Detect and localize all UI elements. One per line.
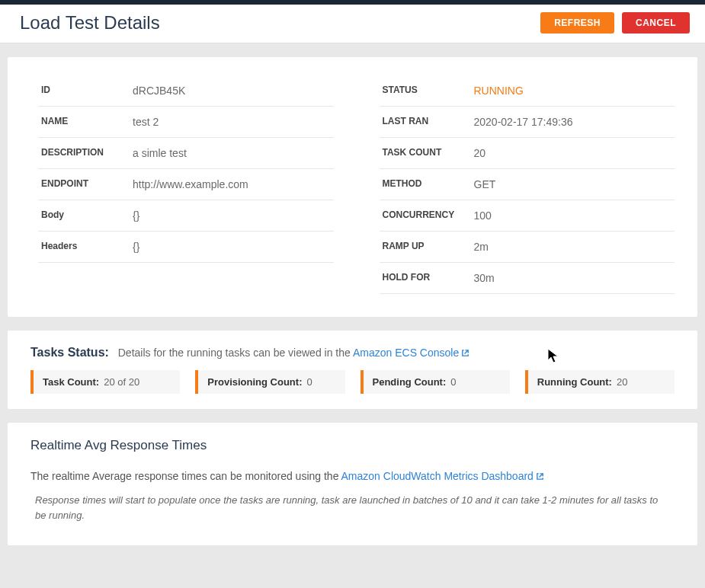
- detail-value: {}: [133, 241, 139, 253]
- task-stat-card: Task Count:20 of 20: [30, 370, 180, 394]
- cancel-button[interactable]: CANCEL: [622, 12, 690, 34]
- task-stat-card: Provisioning Count:0: [195, 370, 344, 394]
- detail-value: {}: [133, 209, 139, 222]
- detail-label: LAST RAN: [383, 116, 474, 126]
- header-buttons: REFRESH CANCEL: [540, 12, 690, 34]
- stat-label: Provisioning Count:: [207, 376, 302, 388]
- realtime-desc-prefix: The realtime Average response times can …: [30, 470, 341, 482]
- stat-label: Pending Count:: [373, 376, 447, 388]
- ecs-console-link[interactable]: Amazon ECS Console: [353, 347, 469, 359]
- detail-row: STATUSRUNNING: [380, 75, 675, 107]
- detail-label: HOLD FOR: [383, 272, 474, 283]
- details-right-column: STATUSRUNNINGLAST RAN2020-02-17 17:49:36…: [380, 75, 675, 294]
- stat-label: Running Count:: [537, 376, 612, 388]
- detail-row: Body{}: [38, 200, 334, 232]
- tasks-status-panel: Tasks Status: Details for the running ta…: [8, 331, 697, 409]
- detail-row: HOLD FOR30m: [380, 263, 675, 294]
- tasks-subtitle-prefix: Details for the running tasks can be vie…: [118, 347, 353, 359]
- detail-label: NAME: [41, 116, 133, 126]
- detail-value: 100: [474, 209, 492, 222]
- detail-value: dRCJB45K: [133, 85, 185, 97]
- realtime-desc: The realtime Average response times can …: [30, 470, 675, 482]
- detail-row: CONCURRENCY100: [380, 200, 675, 232]
- cloudwatch-dashboard-link[interactable]: Amazon CloudWatch Metrics Dashboard: [341, 470, 544, 482]
- status-badge: RUNNING: [474, 85, 524, 97]
- detail-label: Body: [41, 209, 133, 220]
- realtime-panel: Realtime Avg Response Times The realtime…: [8, 423, 697, 545]
- detail-row: Headers{}: [38, 232, 334, 263]
- page-title: Load Test Details: [20, 12, 160, 34]
- detail-value: 20: [474, 147, 486, 159]
- detail-label: DESCRIPTION: [41, 147, 133, 158]
- task-stat-row: Task Count:20 of 20Provisioning Count:0P…: [30, 370, 675, 394]
- stat-value: 20: [617, 376, 627, 388]
- tasks-status-subtitle: Details for the running tasks can be vie…: [118, 347, 469, 359]
- external-link-icon: [536, 472, 544, 481]
- detail-value: 2020-02-17 17:49:36: [474, 116, 573, 128]
- detail-label: STATUS: [383, 85, 474, 95]
- detail-value: 30m: [474, 272, 495, 284]
- realtime-note: Response times will start to populate on…: [30, 493, 675, 522]
- refresh-button[interactable]: REFRESH: [540, 12, 614, 34]
- details-left-column: IDdRCJB45KNAMEtest 2DESCRIPTIONa simle t…: [38, 75, 334, 294]
- external-link-icon: [461, 349, 469, 357]
- realtime-title: Realtime Avg Response Times: [30, 438, 675, 453]
- detail-row: ENDPOINThttp://www.example.com: [38, 169, 334, 200]
- detail-value: a simle test: [133, 147, 187, 159]
- cloudwatch-link-text: Amazon CloudWatch Metrics Dashboard: [341, 470, 534, 482]
- details-panel: IDdRCJB45KNAMEtest 2DESCRIPTIONa simle t…: [8, 57, 697, 317]
- detail-value: http://www.example.com: [133, 178, 248, 190]
- detail-row: TASK COUNT20: [380, 138, 675, 169]
- stat-value: 0: [450, 376, 456, 388]
- detail-value: test 2: [133, 116, 159, 128]
- task-stat-card: Running Count:20: [525, 370, 675, 394]
- detail-row: RAMP UP2m: [380, 232, 675, 263]
- stat-value: 0: [306, 376, 312, 388]
- detail-row: LAST RAN2020-02-17 17:49:36: [380, 107, 675, 138]
- detail-label: METHOD: [383, 178, 474, 189]
- detail-label: CONCURRENCY: [383, 209, 474, 220]
- detail-row: NAMEtest 2: [38, 107, 334, 138]
- detail-label: ENDPOINT: [41, 178, 133, 189]
- tasks-status-title: Tasks Status:: [30, 346, 109, 359]
- detail-label: ID: [41, 85, 133, 95]
- task-stat-card: Pending Count:0: [361, 370, 510, 394]
- detail-label: TASK COUNT: [383, 147, 474, 158]
- page-header: Load Test Details REFRESH CANCEL: [0, 5, 705, 43]
- stat-label: Task Count:: [43, 376, 99, 388]
- detail-label: Headers: [41, 241, 133, 251]
- detail-row: IDdRCJB45K: [38, 75, 334, 107]
- detail-row: METHODGET: [380, 169, 675, 200]
- detail-label: RAMP UP: [383, 241, 474, 251]
- detail-row: DESCRIPTIONa simle test: [38, 138, 334, 169]
- stat-value: 20 of 20: [104, 376, 139, 388]
- detail-value: GET: [474, 178, 496, 190]
- ecs-console-link-text: Amazon ECS Console: [353, 347, 459, 359]
- detail-value: 2m: [474, 241, 489, 253]
